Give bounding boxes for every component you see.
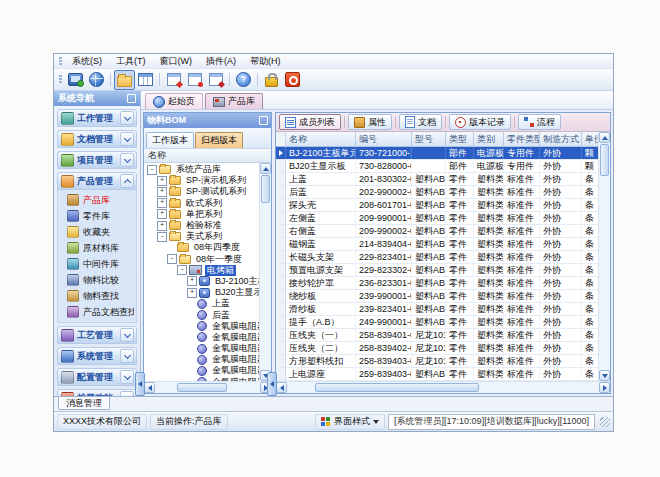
tree-vertical-scrollbar[interactable]	[259, 163, 271, 381]
expand-icon[interactable]: +	[157, 209, 167, 219]
ui-style-dropdown[interactable]: 界面样式	[315, 414, 385, 430]
chevron-down-icon[interactable]	[120, 349, 134, 363]
column-header-3[interactable]: 型号	[412, 132, 446, 146]
globe-button[interactable]	[86, 70, 107, 90]
pin-icon[interactable]	[259, 116, 268, 125]
scrollbar-thumb[interactable]	[315, 383, 479, 392]
tree-horizontal-scrollbar[interactable]	[144, 381, 271, 393]
scrollbar-track[interactable]	[599, 177, 610, 370]
column-header-6[interactable]: 零件类型	[504, 132, 540, 146]
sidebar-section-header-project[interactable]: 项目管理	[57, 151, 137, 169]
tree-node[interactable]: 金氧膜电阻器	[144, 365, 259, 376]
scroll-down-icon[interactable]	[599, 370, 610, 381]
toolbar-grip[interactable]	[59, 75, 62, 84]
expand-icon[interactable]: +	[187, 276, 197, 286]
help-button[interactable]: ?	[233, 70, 254, 90]
menu-item-system[interactable]: 系统(S)	[65, 55, 109, 67]
sidebar-section-header-extension[interactable]: 扩展功能	[57, 389, 137, 396]
sidebar-item-raw-material-library[interactable]: 原材料库	[58, 240, 136, 256]
scroll-left-icon[interactable]	[144, 382, 155, 393]
expand-icon[interactable]: +	[187, 288, 197, 298]
table-row[interactable]: 探头壳208-601701-01E塑料ABS零件塑料类标准件外协条	[276, 199, 598, 212]
table-row[interactable]: 磁钢盖214-839404-01E塑料ABS零件塑料类标准件外协条	[276, 238, 598, 251]
sidebar-section-header-work[interactable]: 工作管理	[57, 109, 137, 127]
table-row[interactable]: 长磁头支架229-823401-00E塑料ABS零件塑料类标准件外协条	[276, 251, 598, 264]
tree-node[interactable]: +欧式系列	[144, 198, 259, 209]
table-row[interactable]: BJ20主显示板730-828000-04E部件电源板专用件外协颗	[276, 160, 598, 173]
tab-version-history[interactable]: 版本记录	[449, 114, 511, 130]
sidebar-item-product-doc-search[interactable]: 产品文档查找	[58, 304, 136, 320]
expand-icon[interactable]: +	[157, 187, 167, 197]
tree-node[interactable]: 上盖	[144, 298, 259, 309]
scroll-right-icon[interactable]	[599, 382, 610, 393]
exit-button[interactable]	[282, 70, 303, 90]
tree-node[interactable]: -系统产品库	[144, 164, 259, 175]
menu-item-help[interactable]: 帮助(H)	[243, 55, 288, 67]
lock-button[interactable]	[261, 70, 282, 90]
table-row[interactable]: 预置电源支架229-823302-00E塑料ABS零件塑料类标准件外协条	[276, 264, 598, 277]
menu-grip[interactable]	[59, 57, 62, 66]
collapse-icon[interactable]: -	[147, 165, 157, 175]
scroll-left-icon[interactable]	[276, 382, 287, 393]
tab-attributes[interactable]: 属性	[348, 114, 392, 130]
scrollbar-thumb[interactable]	[177, 383, 227, 392]
expand-icon[interactable]: +	[157, 176, 167, 186]
table-horizontal-scrollbar[interactable]	[276, 381, 610, 393]
tree-node[interactable]: 08年四季度	[144, 242, 259, 253]
tree-node[interactable]: 金氧膜电阻器	[144, 354, 259, 365]
tree-node[interactable]: +检验标准	[144, 220, 259, 231]
tree-column-header[interactable]: 名称	[144, 149, 271, 163]
tree-node[interactable]: 金氧膜电阻器	[144, 321, 259, 332]
sidebar-item-material-compare[interactable]: 物料比较	[58, 272, 136, 288]
chevron-down-icon[interactable]	[120, 111, 134, 125]
chevron-down-icon[interactable]	[120, 328, 134, 342]
chevron-down-icon[interactable]	[120, 153, 134, 167]
sidebar-item-product-library[interactable]: 产品库	[58, 192, 136, 208]
sidebar-item-middleware-library[interactable]: 中间件库	[58, 256, 136, 272]
scrollbar-thumb[interactable]	[600, 144, 609, 176]
collapse-icon[interactable]: -	[157, 232, 167, 242]
column-header-5[interactable]: 类别	[474, 132, 504, 146]
grid-window-button[interactable]	[135, 70, 156, 90]
tab-member-list[interactable]: 成员列表	[279, 114, 341, 130]
menu-item-tools[interactable]: 工具(T)	[109, 55, 153, 67]
resize-grip[interactable]	[600, 417, 610, 427]
table-row[interactable]: 压线夹（一）258-839401-00E尼龙1010零件塑料类标准件外协条	[276, 329, 598, 342]
table-row[interactable]: 左侧盖209-990001-01E塑料ABS零件塑料类标准件外协条	[276, 212, 598, 225]
tree-node[interactable]: +BJ20主显示板	[144, 287, 259, 298]
table-row[interactable]: 绕纱板239-990001-01E塑料ABS零件塑料类标准件外协条	[276, 290, 598, 303]
collapse-icon[interactable]: -	[167, 254, 177, 264]
sidebar-section-header-docs[interactable]: 文档管理	[57, 130, 137, 148]
doc-window-red-button[interactable]	[163, 70, 184, 90]
table-row[interactable]: 滑纱板239-823401-00E塑料ABS零件塑料类标准件外协条	[276, 303, 598, 316]
scroll-up-icon[interactable]	[599, 132, 610, 143]
table-row[interactable]: 方形塑料线扣258-839403-00E尼龙1010零件塑料类标准件外协条	[276, 355, 598, 368]
table-row[interactable]: 右侧盖209-990002-01E塑料ABS零件塑料类标准件外协条	[276, 225, 598, 238]
expand-icon[interactable]: +	[157, 221, 167, 231]
panel-menu-icon[interactable]	[127, 94, 136, 103]
scrollbar-thumb[interactable]	[261, 175, 270, 203]
sidebar-item-parts-library[interactable]: 零件库	[58, 208, 136, 224]
doc-window-red2-button[interactable]	[184, 70, 205, 90]
table-row[interactable]: 后盖202-990002-01E塑料ABS零件塑料类标准件外协条	[276, 186, 598, 199]
tree-node[interactable]: -电烤箱	[144, 265, 259, 276]
tree-node[interactable]: 后盖	[144, 309, 259, 320]
table-row[interactable]: 上电源座259-839403-00E塑料ABS零件塑料类标准件外协条	[276, 368, 598, 381]
tree-node[interactable]: +BJ-2100主板单元	[144, 276, 259, 287]
sidebar-item-favorites[interactable]: 收藏夹	[58, 224, 136, 240]
column-header-4[interactable]: 类型	[446, 132, 474, 146]
column-header-2[interactable]: 编号	[356, 132, 412, 146]
tree-node[interactable]: +单把系列	[144, 209, 259, 220]
scroll-up-icon[interactable]	[260, 163, 271, 174]
sidebar-section-header-system[interactable]: 系统管理	[57, 347, 137, 365]
folder-button[interactable]	[114, 70, 135, 90]
tree-node[interactable]: 金氧膜电阻器	[144, 343, 259, 354]
chevron-down-icon[interactable]	[120, 132, 134, 146]
desktop-button[interactable]	[65, 70, 86, 90]
message-manager-tab[interactable]: 消息管理	[58, 397, 110, 410]
sidebar-section-header-craft[interactable]: 工艺管理	[57, 326, 137, 344]
sidebar-collapse-button[interactable]	[135, 372, 145, 396]
table-row[interactable]: 上盖201-830302-00E塑料ABS零件塑料类标准件外协条	[276, 173, 598, 186]
sidebar-item-material-search[interactable]: 物料查找	[58, 288, 136, 304]
menu-item-plugins[interactable]: 插件(A)	[199, 55, 243, 67]
